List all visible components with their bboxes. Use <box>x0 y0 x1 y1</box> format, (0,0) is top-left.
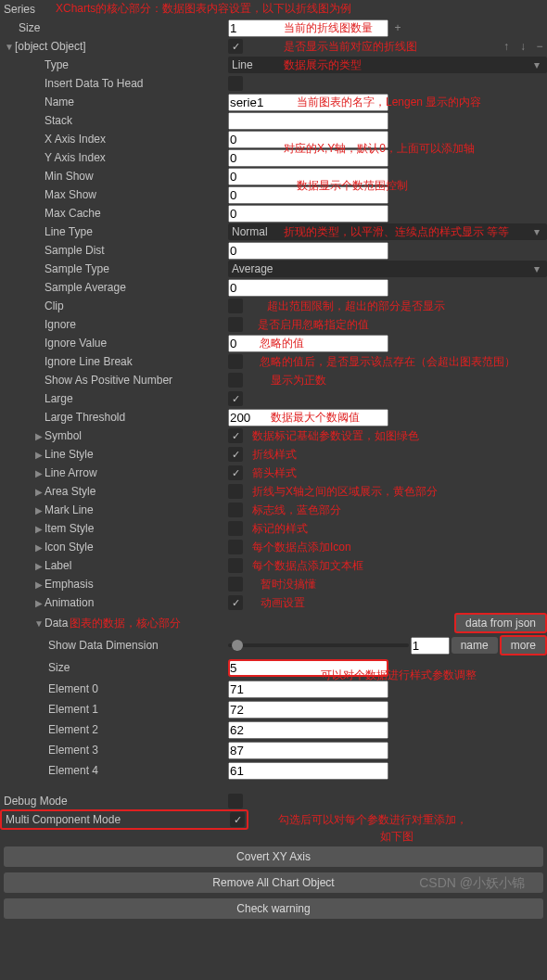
multi-checkbox[interactable] <box>230 812 245 827</box>
symbol-foldout[interactable] <box>33 431 45 441</box>
data-note: 图表的数据，核心部分 <box>70 616 181 631</box>
linearrow-note: 箭头样式 <box>252 465 297 481</box>
element-4-input[interactable] <box>228 762 388 780</box>
markline-checkbox[interactable] <box>228 503 243 517</box>
element-4-label: Element 4 <box>48 764 98 777</box>
covert-xy-button[interactable]: Covert XY Axis <box>4 846 543 867</box>
element-1-label: Element 1 <box>48 703 98 716</box>
itemstyle-checkbox[interactable] <box>228 521 243 536</box>
sampletype-dropdown[interactable]: Average <box>228 261 547 277</box>
stack-input[interactable] <box>228 112 388 130</box>
symbol-checkbox[interactable] <box>228 428 243 443</box>
sampletype-label: Sample Type <box>45 262 109 275</box>
insert-head-checkbox[interactable] <box>228 76 243 91</box>
clip-checkbox[interactable] <box>228 299 243 313</box>
maxcache-input[interactable] <box>228 205 388 223</box>
showpos-checkbox[interactable] <box>228 373 243 388</box>
itemstyle-label: Item Style <box>45 522 94 535</box>
serie0-foldout[interactable] <box>4 42 15 52</box>
label-checkbox[interactable] <box>228 558 243 573</box>
ignoreval-input[interactable] <box>228 335 388 352</box>
large-label: Large <box>45 392 73 405</box>
markline-label: Mark Line <box>45 503 94 516</box>
maxshow-label: Max Show <box>45 188 96 201</box>
serie0-down-button[interactable]: ↓ <box>515 40 530 53</box>
debugmode-checkbox[interactable] <box>228 794 243 808</box>
ignorelb-checkbox[interactable] <box>228 354 243 369</box>
sampledist-input[interactable] <box>228 242 388 260</box>
yaxis-label: Y Axis Index <box>45 151 106 164</box>
symbol-note: 数据标记基础参数设置，如图绿色 <box>252 428 419 444</box>
serie0-up-button[interactable]: ↑ <box>499 40 514 53</box>
showpos-note: 显示为正数 <box>271 373 326 388</box>
sampleavg-input[interactable] <box>228 279 388 297</box>
clip-label: Clip <box>45 299 64 312</box>
element-0-label: Element 0 <box>48 682 98 695</box>
serie0-remove-button[interactable]: − <box>532 40 547 53</box>
type-label: Type <box>45 58 69 71</box>
linestyle-note: 折线样式 <box>252 447 297 463</box>
animation-note: 动画设置 <box>261 595 305 611</box>
element-0-input[interactable] <box>228 681 388 698</box>
emphasis-label: Emphasis <box>45 578 94 591</box>
emphasis-checkbox[interactable] <box>228 577 243 592</box>
linestyle-label: Line Style <box>45 448 94 461</box>
type-dropdown[interactable]: Line <box>228 57 547 73</box>
sdd-input[interactable] <box>411 637 450 655</box>
emphasis-foldout[interactable] <box>33 579 45 590</box>
add-serie-button[interactable]: + <box>390 21 405 34</box>
name-button[interactable]: name <box>452 637 498 654</box>
iconstyle-checkbox[interactable] <box>228 540 243 554</box>
insert-head-label: Insert Data To Head <box>45 77 144 90</box>
animation-label: Animation <box>45 596 94 609</box>
more-button[interactable]: more <box>500 635 547 655</box>
linearrow-checkbox[interactable] <box>228 465 243 480</box>
series-note: XCharts的核心部分：数据图表内容设置，以下以折线图为例 <box>56 1 351 17</box>
serie0-enabled-checkbox[interactable] <box>228 39 243 54</box>
minshow-label: Min Show <box>45 170 94 183</box>
element-2-input[interactable] <box>228 721 388 739</box>
data-from-json-button[interactable]: data from json <box>454 613 547 633</box>
element-3-input[interactable] <box>228 742 388 759</box>
serie0-label: [object Object] <box>15 40 86 53</box>
label-foldout[interactable] <box>33 561 45 571</box>
axis-note: 对应的X,Y轴，默认0，上面可以添加轴 <box>284 141 475 157</box>
debugmode-label: Debug Mode <box>4 795 68 808</box>
size-note: 当前的折线图数量 <box>284 20 373 36</box>
iconstyle-note: 每个数据点添加Icon <box>252 540 351 555</box>
itemstyle-foldout[interactable] <box>33 524 45 534</box>
check-warning-button[interactable]: Check warning <box>4 898 543 919</box>
ignorelb-label: Ignore Line Break <box>45 355 133 368</box>
ignoreval-note: 忽略的值 <box>260 336 304 351</box>
showpos-label: Show As Positive Number <box>45 374 172 387</box>
ignoreval-label: Ignore Value <box>45 337 107 350</box>
name-note: 当前图表的名字，Lengen 显示的内容 <box>297 95 481 110</box>
sdd-slider[interactable] <box>228 643 409 647</box>
large-checkbox[interactable] <box>228 391 243 406</box>
ignore-note: 是否启用忽略指定的值 <box>258 317 369 333</box>
label-note: 每个数据点添加文本框 <box>252 558 363 574</box>
markline-note: 标志线，蓝色部分 <box>252 503 341 518</box>
linestyle-foldout[interactable] <box>33 450 45 460</box>
symbol-label: Symbol <box>45 429 82 442</box>
markline-foldout[interactable] <box>33 505 45 515</box>
remove-all-button[interactable]: Remove All Chart Object CSDN @小妖小锦 <box>4 872 543 893</box>
datasize-label: Size <box>48 661 70 674</box>
element-1-input[interactable] <box>228 701 388 719</box>
areastyle-foldout[interactable] <box>33 487 45 497</box>
type-note: 数据展示的类型 <box>284 57 362 73</box>
element-3-label: Element 3 <box>48 744 98 757</box>
show-note: 数据显示个数范围控制 <box>297 178 408 194</box>
series-label: Series <box>4 3 35 16</box>
animation-checkbox[interactable] <box>228 595 243 610</box>
sdd-label: Show Data Dimension <box>48 639 159 652</box>
element-2-label: Element 2 <box>48 723 98 736</box>
linestyle-checkbox[interactable] <box>228 447 243 462</box>
areastyle-checkbox[interactable] <box>228 484 243 499</box>
iconstyle-foldout[interactable] <box>33 542 45 553</box>
data-foldout[interactable] <box>33 618 45 629</box>
ignore-checkbox[interactable] <box>228 317 243 332</box>
data-label: Data <box>45 617 68 630</box>
animation-foldout[interactable] <box>33 598 45 608</box>
linearrow-foldout[interactable] <box>33 468 45 478</box>
